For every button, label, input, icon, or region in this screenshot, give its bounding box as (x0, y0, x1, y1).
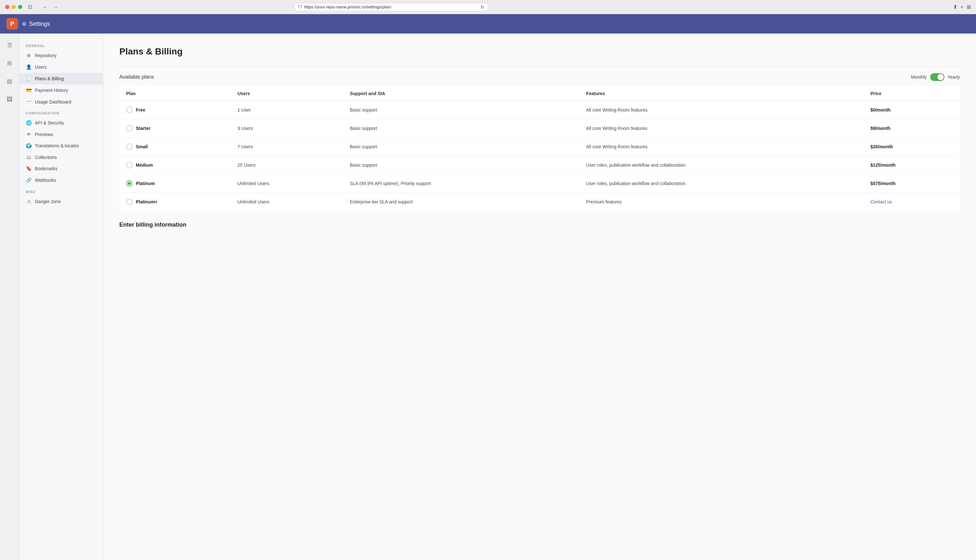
sidebar-item-users[interactable]: 👤 Users (19, 61, 103, 73)
page-title: Plans & Billing (119, 47, 960, 57)
plans-table: Plan Users Support and SIA Features Pric… (119, 86, 960, 211)
sidebar-item-label: Payment History (35, 88, 68, 93)
sidebar-item-label: Repository (35, 53, 57, 58)
billing-toggle[interactable]: Monthly Yearly (911, 73, 960, 81)
translations-icon: 🌍 (26, 143, 32, 148)
plan-radio-medium[interactable] (126, 162, 133, 168)
reload-button[interactable]: ↻ (480, 5, 484, 10)
plan-radio-starter[interactable] (126, 125, 133, 132)
usage-dashboard-icon: 〰 (26, 99, 32, 105)
url-text: https://your-repo-name.prismic.io/settin… (304, 5, 391, 9)
sidebar-item-label: Usage Dashboard (35, 99, 71, 105)
plan-support-cell: Basic support (343, 119, 580, 138)
col-header-price: Price (864, 87, 960, 101)
sidebar-item-usage-dashboard[interactable]: 〰 Usage Dashboard (19, 96, 103, 107)
header-title: ⚙ Settings (22, 21, 50, 27)
address-bar[interactable]: 🛡 https://your-repo-name.prismic.io/sett… (294, 3, 488, 11)
back-button[interactable]: ← (41, 3, 50, 11)
main-layout: ☰ ⊞ ▤ 🖼 GENERAL ⊕ Repository 👤 Users 🧾 P… (0, 33, 976, 560)
plan-radio-free[interactable] (126, 107, 133, 113)
yearly-label: Yearly (948, 75, 960, 80)
plan-price-cell[interactable]: Contact us (864, 193, 960, 211)
plan-features-cell: All core Writing Room features. (580, 138, 864, 156)
api-security-icon: 🌐 (26, 120, 32, 126)
table-header-row: Plan Users Support and SIA Features Pric… (120, 87, 960, 101)
image-icon-button[interactable]: 🖼 (3, 93, 16, 106)
forward-button[interactable]: → (51, 3, 60, 11)
sidebar-item-collections[interactable]: 🗂 Collections (19, 152, 103, 163)
sidebar-item-payment-history[interactable]: 💳 Payment History (19, 85, 103, 96)
close-button[interactable] (5, 5, 9, 9)
sidebar-item-label: Collections (35, 155, 57, 160)
sidebar-item-label: API & Security (35, 120, 64, 125)
bookmarks-icon: 🔖 (26, 166, 32, 172)
plan-support-cell: Basic support (343, 156, 580, 174)
plan-price-cell: $9/month (864, 119, 960, 138)
contact-us-link[interactable]: Contact us (871, 199, 892, 204)
table-row[interactable]: Medium 25 UsersBasic supportUser roles, … (120, 156, 960, 174)
plan-users-cell: 7 Users (231, 138, 343, 156)
tabs-button[interactable]: ⊞ (967, 4, 971, 10)
sidebar-item-webhooks[interactable]: 🔗 Webhooks (19, 174, 103, 186)
titlebar: ⊡ ← → 🛡 https://your-repo-name.prismic.i… (0, 0, 976, 14)
sidebar-item-label: Plans & Billing (35, 76, 64, 81)
minimize-button[interactable] (12, 5, 16, 9)
configuration-section-label: CONFIGURATION (19, 107, 103, 117)
sidebar-item-label: Bookmarks (35, 166, 57, 171)
sidebar-item-api-security[interactable]: 🌐 API & Security (19, 117, 103, 128)
sidebar-item-previews[interactable]: 👁 Previews (19, 128, 103, 140)
plan-support-cell: Enterprise-tier SLA and support (343, 193, 580, 211)
plan-price-cell: $0/month (864, 101, 960, 119)
plan-radio-platinum[interactable] (126, 180, 133, 187)
gear-icon: ⚙ (22, 21, 27, 27)
new-tab-button[interactable]: + (961, 4, 963, 10)
table-row[interactable]: Platinum Unlimited UsersSLA (99.9% API u… (120, 174, 960, 193)
plan-name: Platinum (136, 181, 155, 186)
maximize-button[interactable] (18, 5, 22, 9)
plan-features-cell: Premium features (580, 193, 864, 211)
table-row[interactable]: Starter 3 UsersBasic supportAll core Wri… (120, 119, 960, 138)
sidebar-item-translations[interactable]: 🌍 Translations & locales (19, 140, 103, 152)
sidebar-item-label: Previews (35, 132, 53, 137)
misc-section-label: MISC (19, 186, 103, 196)
plan-name-cell: Small (120, 138, 231, 156)
plan-name: Small (136, 144, 148, 149)
menu-icon-button[interactable]: ☰ (3, 39, 16, 52)
plan-users-cell: 25 Users (231, 156, 343, 174)
plan-features-cell: User roles, publication workflow and col… (580, 156, 864, 174)
table-row[interactable]: Small 7 UsersBasic supportAll core Writi… (120, 138, 960, 156)
plan-radio-small[interactable] (126, 143, 133, 150)
plan-users-cell: Unlimited Users (231, 193, 343, 211)
billing-toggle-switch[interactable] (930, 73, 944, 81)
sidebar-item-label: Translations & locales (35, 143, 79, 148)
plan-name: Platinum+ (136, 199, 157, 204)
sidebar-toggle-button[interactable]: ⊡ (26, 3, 34, 11)
title-divider (119, 67, 960, 67)
sidebar-item-plans-billing[interactable]: 🧾 Plans & Billing (19, 73, 103, 85)
sidebar-item-repository[interactable]: ⊕ Repository (19, 50, 103, 61)
plan-radio-platinum-plus[interactable] (126, 198, 133, 205)
previews-icon: 👁 (26, 132, 32, 137)
sidebar-item-label: Webhooks (35, 178, 56, 183)
plan-features-cell: User roles, publication workflow and col… (580, 174, 864, 193)
sidebar-item-label: Danger zone (35, 199, 61, 204)
sidebar-item-bookmarks[interactable]: 🔖 Bookmarks (19, 163, 103, 174)
table-icon-button[interactable]: ▤ (3, 75, 16, 88)
users-icon: 👤 (26, 64, 32, 70)
icon-panel: ☰ ⊞ ▤ 🖼 (0, 33, 19, 560)
col-header-plan: Plan (120, 87, 231, 101)
table-row[interactable]: Free 1 UserBasic supportAll core Writing… (120, 101, 960, 119)
app: P ⚙ Settings ☰ ⊞ ▤ 🖼 GENERAL ⊕ Repositor… (0, 14, 976, 560)
plan-support-cell: SLA (99.9% API uptime), Priority support (343, 174, 580, 193)
plans-billing-icon: 🧾 (26, 76, 32, 82)
table-row[interactable]: Platinum+ Unlimited UsersEnterprise-tier… (120, 193, 960, 211)
plan-features-cell: All core Writing Room features. (580, 119, 864, 138)
app-logo: P (7, 18, 18, 30)
plan-name-cell: Starter (120, 119, 231, 138)
monthly-label: Monthly (911, 75, 927, 80)
share-button[interactable]: ⬆ (953, 4, 957, 10)
sidebar-item-danger-zone[interactable]: ⚠ Danger zone (19, 196, 103, 207)
grid-icon-button[interactable]: ⊞ (3, 57, 16, 70)
col-header-features: Features (580, 87, 864, 101)
app-header: P ⚙ Settings (0, 14, 976, 33)
